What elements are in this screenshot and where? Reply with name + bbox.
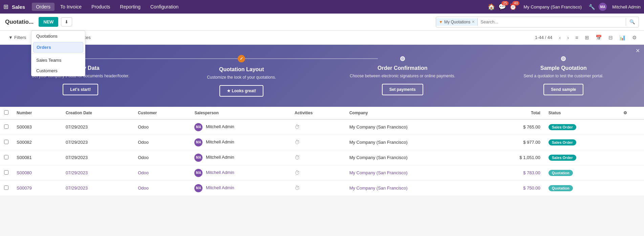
search-input[interactable] — [478, 18, 626, 26]
status-badge: Sales Order — [549, 124, 576, 130]
salesperson-name: Mitchell Admin — [206, 170, 234, 175]
salesperson-name: Mitchell Admin — [206, 155, 234, 160]
step4-button[interactable]: Send sample — [543, 84, 583, 95]
page-title: Quotatio... — [5, 19, 34, 25]
cell-customer[interactable]: Odoo — [134, 119, 190, 135]
cell-activities[interactable]: ⏱ — [291, 135, 345, 150]
activity-clock-icon[interactable]: ⏱ — [295, 155, 300, 160]
app-name[interactable]: Sales — [12, 4, 25, 10]
pivot-view-button[interactable]: ⊟ — [606, 33, 615, 42]
pagination: 1-44 / 44 — [535, 35, 552, 40]
activity-clock-icon[interactable]: ⏱ — [295, 124, 300, 130]
cell-customer[interactable]: Odoo — [134, 135, 190, 150]
step3-desc: Choose between electronic signatures or … — [329, 73, 476, 79]
select-all-checkbox[interactable] — [4, 110, 8, 115]
step2-button[interactable]: ★ Looks great! — [219, 85, 263, 97]
step1-button[interactable]: Let's start! — [63, 84, 98, 95]
row-checkbox[interactable] — [4, 155, 8, 159]
col-creation-date[interactable]: Creation Date — [62, 107, 134, 119]
list-view-button[interactable]: ≡ — [573, 33, 581, 42]
activity-clock-icon[interactable]: ⏱ — [295, 139, 300, 145]
nav-item-reporting[interactable]: Reporting — [116, 3, 145, 11]
cell-activities[interactable]: ⏱ — [291, 165, 345, 180]
kanban-view-button[interactable]: ⊞ — [582, 33, 592, 42]
dropdown-item-sales-teams[interactable]: Sales Teams — [31, 55, 85, 65]
cell-number[interactable]: S00082 — [13, 135, 62, 150]
user-avatar[interactable]: MA — [599, 3, 607, 11]
banner-close-button[interactable]: ✕ — [636, 47, 640, 54]
col-number[interactable]: Number — [13, 107, 62, 119]
cell-number[interactable]: S00079 — [13, 180, 62, 196]
nav-item-configuration[interactable]: Configuration — [146, 3, 183, 11]
secondary-navigation: Quotatio... NEW ⬇ Quotations Orders Sale… — [0, 14, 644, 31]
cell-number[interactable]: S00080 — [13, 165, 62, 180]
cell-actions — [619, 165, 644, 180]
row-checkbox[interactable] — [4, 185, 8, 190]
cell-actions — [619, 150, 644, 165]
nav-item-products[interactable]: Products — [87, 3, 114, 11]
graph-view-button[interactable]: 📊 — [617, 33, 628, 42]
col-total[interactable]: Total — [484, 107, 544, 119]
cell-activities[interactable]: ⏱ — [291, 119, 345, 135]
col-activities[interactable]: Activities — [291, 107, 345, 119]
activity-clock-icon[interactable]: ⏱ — [295, 170, 300, 176]
search-button[interactable]: 🔍 — [626, 18, 639, 26]
cell-customer[interactable]: Odoo — [134, 165, 190, 180]
prev-page-button[interactable]: ‹ — [557, 33, 563, 42]
col-status[interactable]: Status — [544, 107, 619, 119]
dropdown-item-orders[interactable]: Orders — [33, 42, 83, 53]
clock-icon[interactable]: ⏰ 40 — [509, 3, 517, 11]
cell-number[interactable]: S00083 — [13, 119, 62, 135]
dropdown-item-customers[interactable]: Customers — [31, 65, 85, 76]
star-btn-icon: ★ — [227, 88, 231, 93]
cell-company: My Company (San Francisco) — [345, 119, 484, 135]
nav-item-orders[interactable]: Orders — [32, 3, 55, 11]
calendar-view-button[interactable]: 📅 — [593, 33, 604, 42]
cell-customer[interactable]: Odoo — [134, 150, 190, 165]
table-row: S00083 07/29/2023 Odoo MA Mitchell Admin… — [0, 119, 644, 135]
table-row: S00082 07/29/2023 Odoo MA Mitchell Admin… — [0, 135, 644, 150]
status-badge: Sales Order — [549, 139, 576, 145]
cell-actions — [619, 135, 644, 150]
row-checkbox[interactable] — [4, 124, 8, 129]
row-checkbox[interactable] — [4, 170, 8, 175]
nav-item-to-invoice[interactable]: To Invoice — [56, 3, 86, 11]
filters-label: Filters — [14, 35, 26, 40]
cell-activities[interactable]: ⏱ — [291, 150, 345, 165]
next-page-button[interactable]: › — [565, 33, 571, 42]
salesperson-name: Mitchell Admin — [206, 139, 234, 144]
cell-customer[interactable]: Odoo — [134, 180, 190, 196]
new-button[interactable]: NEW — [39, 17, 58, 27]
settings-view-button[interactable]: ⚙ — [630, 33, 639, 42]
top-nav-right: 🏠 💬 25 ⏰ 40 My Company (San Francisco) 🔧… — [488, 3, 641, 11]
select-all-header[interactable] — [0, 107, 13, 119]
step4-title: Sample Quotation — [490, 65, 638, 71]
download-button[interactable]: ⬇ — [61, 17, 72, 26]
col-salesperson[interactable]: Salesperson — [190, 107, 291, 119]
cell-status: Quotation — [544, 180, 619, 196]
dropdown-item-quotations[interactable]: Quotations — [31, 31, 85, 41]
table-header-row: Number Creation Date Customer Salesperso… — [0, 107, 644, 119]
activity-clock-icon[interactable]: ⏱ — [295, 185, 300, 191]
salesperson-avatar: MA — [194, 184, 202, 192]
step3-button[interactable]: Set payments — [382, 84, 423, 95]
col-customer[interactable]: Customer — [134, 107, 190, 119]
cell-activities[interactable]: ⏱ — [291, 180, 345, 196]
cell-salesperson: MA Mitchell Admin — [190, 150, 291, 165]
grid-icon[interactable]: ⊞ — [3, 3, 8, 11]
search-tag-close[interactable]: ✕ — [472, 20, 475, 24]
tools-icon[interactable]: 🔧 — [588, 4, 595, 10]
filters-button[interactable]: ▼ Filters — [5, 34, 29, 41]
user-name[interactable]: Mitchell Admin — [612, 4, 641, 9]
col-settings[interactable]: ⚙ — [619, 107, 644, 119]
filter-funnel-icon: ▼ — [439, 20, 443, 24]
col-company[interactable]: Company — [345, 107, 484, 119]
chat-icon[interactable]: 💬 25 — [498, 3, 506, 11]
status-badge: Quotation — [549, 170, 573, 176]
orders-dropdown-menu: Quotations Orders Sales Teams Customers — [31, 31, 85, 76]
table-body: S00083 07/29/2023 Odoo MA Mitchell Admin… — [0, 119, 644, 196]
cell-salesperson: MA Mitchell Admin — [190, 119, 291, 135]
row-checkbox[interactable] — [4, 140, 8, 144]
support-icon[interactable]: 🏠 — [488, 3, 495, 11]
cell-number[interactable]: S00081 — [13, 150, 62, 165]
